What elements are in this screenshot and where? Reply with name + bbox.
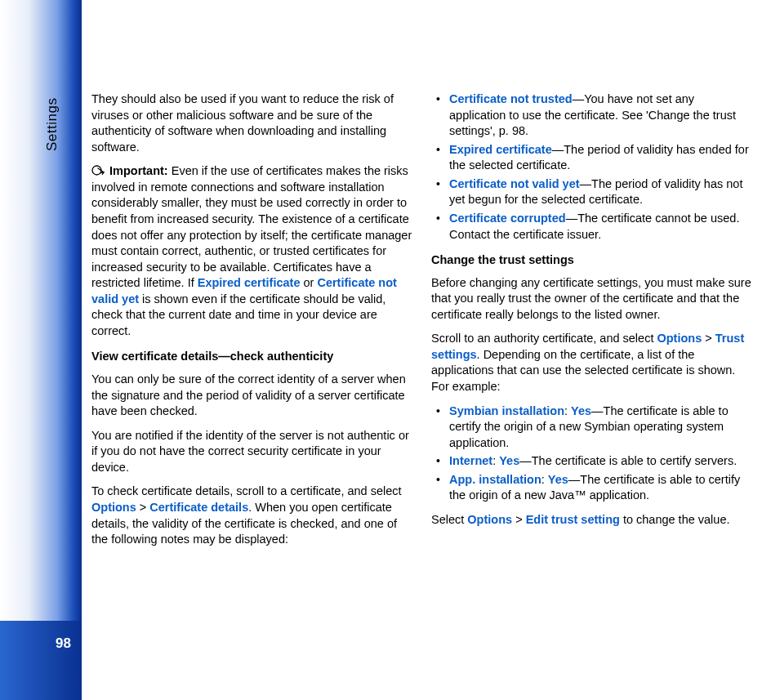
paragraph: You are notified if the identity of the … — [91, 428, 413, 476]
text: : — [564, 404, 571, 417]
text: or — [300, 276, 317, 289]
ui-term: Expired certificate — [198, 276, 301, 289]
ui-term: App. installation — [449, 473, 541, 486]
text: > — [702, 332, 715, 345]
subheading: View certificate details—check authentic… — [91, 349, 413, 365]
paragraph: Before changing any certificate settings… — [431, 275, 753, 323]
subheading: Change the trust settings — [431, 252, 753, 269]
list-item: Expired certificate—The period of validi… — [431, 142, 753, 174]
left-column: They should also be used if you want to … — [91, 91, 413, 556]
sidebar-gradient — [0, 0, 82, 700]
list-item: Symbian installation: Yes—The certificat… — [431, 404, 753, 452]
list-item: Certificate not trusted—You have not set… — [431, 91, 753, 140]
text: > — [512, 513, 526, 526]
ui-term: Certificate not trusted — [449, 92, 573, 105]
text: To check certificate details, scroll to … — [91, 484, 402, 497]
ui-term: Internet — [449, 454, 492, 467]
text: Select — [431, 513, 467, 526]
ui-term: Certificate corrupted — [449, 212, 566, 225]
sidebar-blue-block — [0, 621, 82, 700]
examples-list: Symbian installation: Yes—The certificat… — [431, 404, 753, 504]
ui-term: Certificate not valid yet — [449, 177, 580, 190]
right-column: Certificate not trusted—You have not set… — [431, 91, 753, 556]
ui-term: Edit trust setting — [526, 513, 620, 526]
ui-term: Expired certificate — [449, 143, 552, 156]
text: > — [136, 501, 150, 514]
ui-value: Yes — [548, 473, 568, 486]
ui-term: Options — [467, 513, 512, 526]
paragraph: Scroll to an authority certificate, and … — [431, 331, 753, 395]
text: Even if the use of certificates makes th… — [91, 164, 412, 289]
notes-list: Certificate not trusted—You have not set… — [431, 91, 753, 243]
important-icon — [91, 165, 106, 176]
important-label: Important: — [109, 164, 168, 177]
paragraph: Select Options > Edit trust setting to c… — [431, 512, 753, 528]
paragraph: They should also be used if you want to … — [91, 91, 413, 155]
paragraph: You can only be sure of the correct iden… — [91, 372, 413, 420]
text: : — [541, 473, 548, 486]
list-item: Certificate not valid yet—The period of … — [431, 176, 753, 208]
list-item: Internet: Yes—The certificate is able to… — [431, 453, 753, 470]
page-number: 98 — [56, 635, 71, 653]
list-item: Certificate corrupted—The certificate ca… — [431, 211, 753, 243]
text: . Depending on the certificate, a list o… — [431, 348, 735, 393]
page-content: They should also be used if you want to … — [91, 91, 753, 556]
ui-term: Options — [91, 501, 136, 514]
important-paragraph: Important: Even if the use of certificat… — [91, 163, 413, 339]
text: —The certificate is able to certify serv… — [519, 454, 737, 467]
text: Scroll to an authority certificate, and … — [431, 332, 657, 345]
paragraph: To check certificate details, scroll to … — [91, 484, 413, 547]
text: to change the value. — [620, 513, 730, 526]
svg-point-0 — [92, 166, 101, 175]
list-item: App. installation: Yes—The certificate i… — [431, 472, 753, 504]
ui-term: Certificate details — [149, 501, 248, 514]
ui-term: Options — [657, 332, 702, 345]
ui-term: Symbian installation — [449, 404, 564, 417]
ui-value: Yes — [499, 454, 519, 467]
ui-value: Yes — [571, 404, 591, 417]
sidebar: Settings 98 — [0, 0, 82, 700]
section-label: Settings — [43, 98, 62, 151]
